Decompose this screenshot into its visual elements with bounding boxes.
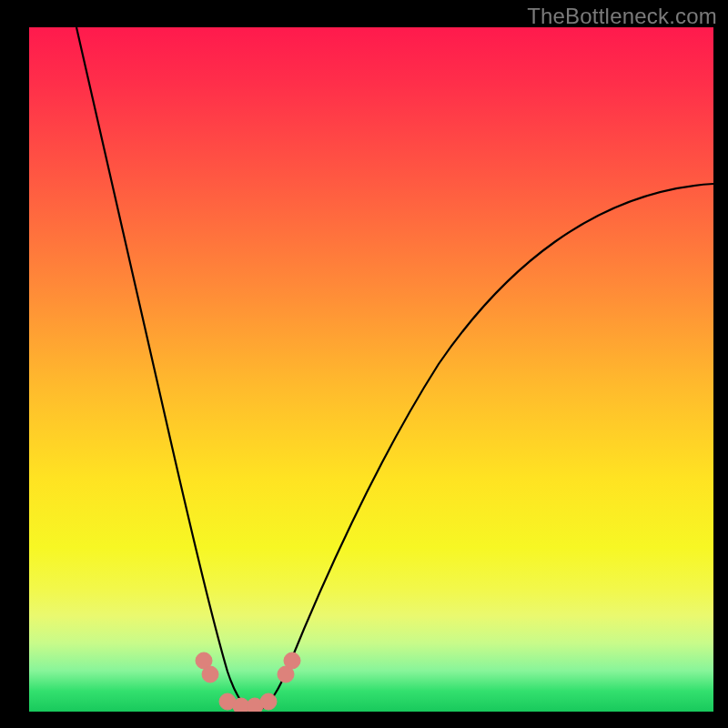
svg-point-1 [202,666,218,682]
chart-frame: TheBottleneck.com [0,0,728,728]
curve-layer [29,27,713,712]
watermark-text: TheBottleneck.com [527,4,717,29]
bottleneck-curve-line [76,27,713,711]
svg-point-7 [284,652,300,669]
sample-markers-group [196,652,300,712]
plot-area [29,27,713,712]
svg-point-5 [260,693,277,710]
